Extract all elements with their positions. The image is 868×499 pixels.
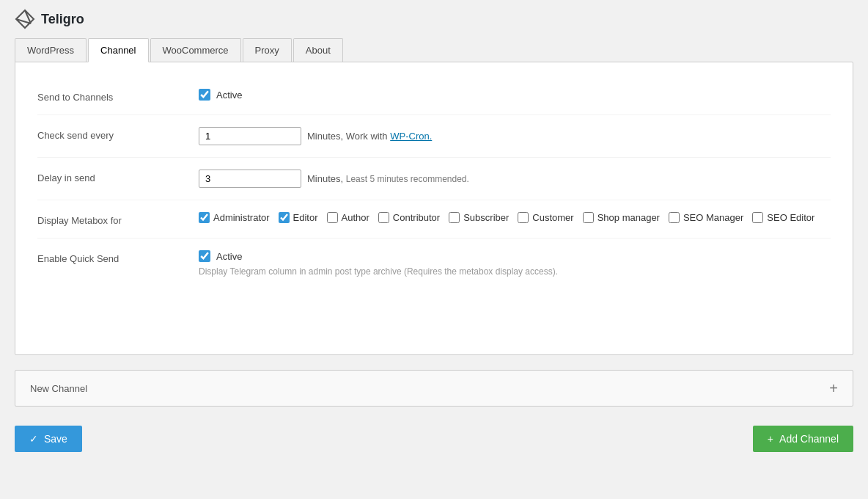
send-to-channels-row: Send to Channels Active xyxy=(37,77,831,115)
delay-in-send-row: Delay in send Minutes, Least 5 minutes r… xyxy=(37,158,831,200)
save-button[interactable]: ✓ Save xyxy=(15,426,82,452)
tabs-container: WordPress Channel WooCommerce Proxy Abou… xyxy=(0,38,868,62)
send-to-channels-label: Send to Channels xyxy=(37,89,199,103)
wp-cron-link[interactable]: WP-Cron. xyxy=(390,131,432,142)
enable-quick-send-checkbox-wrapper: Active xyxy=(199,250,831,262)
save-icon: ✓ xyxy=(29,433,38,445)
check-send-every-row: Check send every Minutes, Work with WP-C… xyxy=(37,115,831,158)
role-item-subscriber: Subscriber xyxy=(449,212,509,223)
role-item-administrator: Administrator xyxy=(199,212,270,223)
role-item-editor: Editor xyxy=(279,212,318,223)
enable-quick-send-label: Enable Quick Send xyxy=(37,250,199,264)
check-send-every-input[interactable] xyxy=(199,127,301,145)
teligro-logo-icon xyxy=(15,9,35,29)
delay-in-send-suffix: Minutes, Least 5 minutes recommended. xyxy=(307,173,469,184)
display-metabox-for-label: Display Metabox for xyxy=(37,212,199,226)
app-header: Teligro xyxy=(0,0,868,38)
new-channel-label: New Channel xyxy=(30,383,87,394)
tab-about[interactable]: About xyxy=(293,38,343,62)
svg-marker-0 xyxy=(16,10,34,28)
new-channel-header[interactable]: New Channel + xyxy=(15,371,853,406)
check-send-every-input-wrapper: Minutes, Work with WP-Cron. xyxy=(199,127,831,145)
role-item-customer: Customer xyxy=(518,212,573,223)
app-logo: Teligro xyxy=(15,9,84,29)
enable-quick-send-control: Active Display Telegram column in admin … xyxy=(199,250,831,277)
send-to-channels-control: Active xyxy=(199,89,831,101)
role-checkbox-seo-editor[interactable] xyxy=(752,212,763,223)
role-item-shop-manager: Shop manager xyxy=(583,212,660,223)
footer: ✓ Save + Add Channel xyxy=(0,414,868,464)
save-label: Save xyxy=(44,433,67,445)
role-checkbox-subscriber[interactable] xyxy=(449,212,460,223)
role-label-seo-editor: SEO Editor xyxy=(767,212,814,223)
role-checkbox-customer[interactable] xyxy=(518,212,529,223)
roles-wrapper: Administrator Editor Author Contributor xyxy=(199,212,831,223)
role-label-administrator: Administrator xyxy=(213,212,270,223)
role-label-editor: Editor xyxy=(293,212,318,223)
add-channel-button[interactable]: + Add Channel xyxy=(753,426,853,452)
display-metabox-for-row: Display Metabox for Administrator Editor… xyxy=(37,200,831,238)
send-to-channels-active-label: Active xyxy=(216,90,242,101)
wp-cron-pre-text: Work with xyxy=(346,131,388,142)
check-send-every-label: Check send every xyxy=(37,127,199,141)
role-checkbox-shop-manager[interactable] xyxy=(583,212,594,223)
tab-channel[interactable]: Channel xyxy=(88,38,148,62)
role-item-contributor: Contributor xyxy=(378,212,440,223)
role-item-seo-editor: SEO Editor xyxy=(752,212,814,223)
role-label-shop-manager: Shop manager xyxy=(597,212,660,223)
new-channel-plus-icon: + xyxy=(829,381,838,396)
send-to-channels-checkbox[interactable] xyxy=(199,89,210,101)
check-send-every-control: Minutes, Work with WP-Cron. xyxy=(199,127,831,145)
main-content: Send to Channels Active Check send every… xyxy=(15,62,853,355)
app-title: Teligro xyxy=(41,12,84,27)
role-label-customer: Customer xyxy=(532,212,573,223)
role-label-contributor: Contributor xyxy=(393,212,440,223)
role-checkbox-editor[interactable] xyxy=(279,212,290,223)
delay-in-send-input-wrapper: Minutes, Least 5 minutes recommended. xyxy=(199,170,831,188)
role-checkbox-contributor[interactable] xyxy=(378,212,389,223)
new-channel-section[interactable]: New Channel + xyxy=(15,370,853,407)
delay-in-send-control: Minutes, Least 5 minutes recommended. xyxy=(199,170,831,188)
enable-quick-send-row: Enable Quick Send Active Display Telegra… xyxy=(37,238,831,288)
send-to-channels-checkbox-wrapper: Active xyxy=(199,89,831,101)
display-metabox-for-control: Administrator Editor Author Contributor xyxy=(199,212,831,223)
tab-proxy[interactable]: Proxy xyxy=(243,38,292,62)
add-channel-icon: + xyxy=(768,433,773,445)
tab-wordpress[interactable]: WordPress xyxy=(15,38,87,62)
check-send-every-suffix: Minutes, Work with WP-Cron. xyxy=(307,131,432,142)
enable-quick-send-active-label: Active xyxy=(216,251,242,262)
delay-in-send-label: Delay in send xyxy=(37,170,199,183)
role-label-seo-manager: SEO Manager xyxy=(683,212,743,223)
tab-woocommerce[interactable]: WooCommerce xyxy=(150,38,241,62)
add-channel-label: Add Channel xyxy=(779,433,839,445)
role-checkbox-author[interactable] xyxy=(327,212,338,223)
delay-in-send-input[interactable] xyxy=(199,170,301,188)
role-label-author: Author xyxy=(342,212,369,223)
role-checkbox-seo-manager[interactable] xyxy=(669,212,680,223)
role-label-subscriber: Subscriber xyxy=(463,212,509,223)
role-checkbox-administrator[interactable] xyxy=(199,212,210,223)
enable-quick-send-description: Display Telegram column in admin post ty… xyxy=(199,266,831,277)
role-item-author: Author xyxy=(327,212,369,223)
enable-quick-send-checkbox[interactable] xyxy=(199,250,210,262)
role-item-seo-manager: SEO Manager xyxy=(669,212,743,223)
delay-hint: Least 5 minutes recommended. xyxy=(346,174,469,184)
